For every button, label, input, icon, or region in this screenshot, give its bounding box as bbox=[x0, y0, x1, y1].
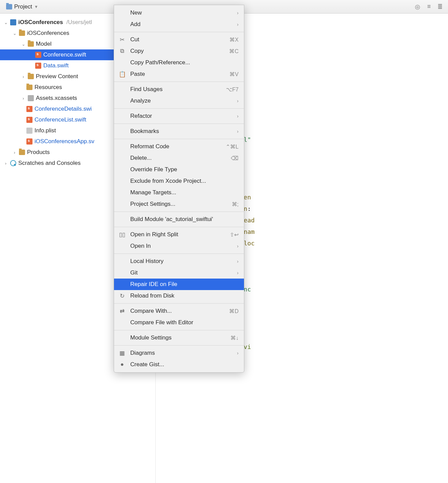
menu-item-icon: ↻ bbox=[119, 292, 126, 300]
menu-separator bbox=[114, 227, 244, 227]
menu-separator bbox=[114, 108, 244, 109]
menu-item-delete[interactable]: Delete...⌫ bbox=[114, 152, 244, 164]
folder-icon bbox=[6, 4, 12, 9]
project-dropdown[interactable]: Project ▼ bbox=[3, 3, 41, 11]
chevron-right-icon: › bbox=[3, 161, 8, 166]
menu-item-compare-with[interactable]: ⇄Compare With...⌘D bbox=[114, 305, 244, 317]
menu-item-label: Add bbox=[130, 21, 140, 28]
menu-item-diagrams[interactable]: ▦Diagrams› bbox=[114, 347, 244, 359]
menu-item-copy-path-reference[interactable]: Copy Path/Reference... bbox=[114, 57, 244, 68]
menu-item-label: Open In bbox=[130, 243, 151, 249]
project-icon bbox=[10, 19, 16, 25]
menu-item-find-usages[interactable]: Find Usages⌥F7 bbox=[114, 84, 244, 95]
menu-item-shortcut: ⌘; bbox=[232, 201, 239, 207]
menu-separator bbox=[114, 345, 244, 346]
menu-item-open-in-right-split[interactable]: ▯▯Open in Right Split⇧↩ bbox=[114, 229, 244, 240]
menu-item-repair-ide-on-file[interactable]: Repair IDE on File bbox=[114, 279, 244, 290]
menu-separator bbox=[114, 212, 244, 212]
menu-item-exclude-from-xcode-project[interactable]: Exclude from Xcode Project... bbox=[114, 175, 244, 187]
menu-item-shortcut: ⌘D bbox=[229, 308, 239, 314]
tree-label: iOSConferences bbox=[18, 19, 63, 26]
menu-item-override-file-type[interactable]: Override File Type bbox=[114, 164, 244, 175]
chevron-right-icon: › bbox=[237, 350, 239, 356]
menu-item-reformat-code[interactable]: Reformat Code⌃⌘L bbox=[114, 141, 244, 152]
swift-icon bbox=[26, 117, 32, 123]
menu-item-compare-file-with-editor[interactable]: Compare File with Editor bbox=[114, 317, 244, 328]
menu-item-create-gist[interactable]: ●Create Gist... bbox=[114, 359, 244, 370]
menu-separator bbox=[114, 32, 244, 32]
menu-item-shortcut: ⌫ bbox=[231, 155, 239, 161]
menu-item-label: Build Module 'ac_tutorial_swiftui' bbox=[130, 216, 213, 223]
chevron-right-icon: › bbox=[12, 150, 17, 155]
chevron-right-icon: › bbox=[237, 113, 239, 119]
swift-icon bbox=[35, 63, 41, 69]
menu-item-label: Reload from Disk bbox=[130, 292, 174, 299]
menu-item-manage-targets[interactable]: Manage Targets... bbox=[114, 187, 244, 198]
menu-item-build-module-ac-tutorial-swiftui[interactable]: Build Module 'ac_tutorial_swiftui' bbox=[114, 214, 244, 225]
chevron-right-icon: › bbox=[237, 22, 239, 27]
menu-item-new[interactable]: New› bbox=[114, 7, 244, 19]
menu-item-analyze[interactable]: Analyze› bbox=[114, 95, 244, 107]
menu-item-shortcut: ⌘X bbox=[229, 37, 239, 43]
menu-item-label: Refactor bbox=[130, 113, 152, 119]
menu-item-label: Analyze bbox=[130, 97, 151, 104]
menu-item-icon: ● bbox=[119, 361, 126, 368]
menu-item-local-history[interactable]: Local History› bbox=[114, 256, 244, 267]
target-icon[interactable]: ◎ bbox=[413, 2, 422, 12]
menu-item-bookmarks[interactable]: Bookmarks› bbox=[114, 126, 244, 137]
menu-item-label: Diagrams bbox=[130, 350, 155, 356]
collapse-icon[interactable]: ≣ bbox=[435, 2, 445, 12]
tree-label: Assets.xcassets bbox=[36, 95, 77, 102]
menu-item-add[interactable]: Add› bbox=[114, 19, 244, 30]
menu-item-paste[interactable]: 📋Paste⌘V bbox=[114, 68, 244, 80]
menu-item-icon: ⇄ bbox=[119, 308, 126, 315]
menu-item-copy[interactable]: ⧉Copy⌘C bbox=[114, 45, 244, 57]
menu-item-open-in[interactable]: Open In› bbox=[114, 240, 244, 252]
menu-item-label: Exclude from Xcode Project... bbox=[130, 178, 206, 184]
tree-label: Resources bbox=[35, 84, 62, 91]
menu-item-label: Repair IDE on File bbox=[130, 281, 177, 288]
menu-item-module-settings[interactable]: Module Settings⌘↓ bbox=[114, 332, 244, 344]
chevron-right-icon: › bbox=[237, 270, 239, 276]
menu-item-label: Find Usages bbox=[130, 86, 162, 93]
menu-item-refactor[interactable]: Refactor› bbox=[114, 110, 244, 122]
menu-item-label: Git bbox=[130, 269, 138, 276]
context-menu: New›Add›✂Cut⌘X⧉Copy⌘CCopy Path/Reference… bbox=[114, 5, 244, 373]
menu-item-shortcut: ⇧↩ bbox=[230, 232, 239, 238]
menu-item-project-settings[interactable]: Project Settings...⌘; bbox=[114, 198, 244, 210]
tree-label: Preview Content bbox=[36, 73, 78, 80]
menu-item-label: Project Settings... bbox=[130, 201, 175, 207]
menu-item-icon: ▦ bbox=[119, 350, 126, 357]
menu-item-label: Local History bbox=[130, 258, 163, 265]
plist-icon bbox=[26, 128, 32, 134]
menu-item-label: Reformat Code bbox=[130, 143, 169, 150]
menu-separator bbox=[114, 124, 244, 124]
folder-icon bbox=[28, 41, 34, 47]
menu-item-git[interactable]: Git› bbox=[114, 267, 244, 279]
scratch-icon bbox=[10, 160, 16, 166]
menu-item-icon: ▯▯ bbox=[119, 231, 126, 238]
chevron-down-icon: ⌄ bbox=[3, 20, 8, 25]
menu-item-reload-from-disk[interactable]: ↻Reload from Disk bbox=[114, 290, 244, 302]
xcassets-icon bbox=[28, 95, 34, 101]
menu-item-label: Copy Path/Reference... bbox=[130, 59, 190, 66]
tree-label: Scratches and Consoles bbox=[18, 160, 81, 167]
menu-separator bbox=[114, 139, 244, 139]
menu-item-cut[interactable]: ✂Cut⌘X bbox=[114, 34, 244, 45]
menu-item-label: Compare File with Editor bbox=[130, 319, 193, 326]
chevron-right-icon: › bbox=[237, 259, 239, 264]
tree-label: ConferenceList.swift bbox=[35, 116, 86, 123]
menu-item-label: Cut bbox=[130, 36, 139, 43]
swift-icon bbox=[26, 138, 32, 145]
tree-label: Products bbox=[27, 149, 50, 156]
menu-item-label: Create Gist... bbox=[130, 361, 164, 368]
menu-separator bbox=[114, 330, 244, 330]
tree-label: Conference.swift bbox=[43, 51, 86, 58]
chevron-right-icon: › bbox=[237, 10, 239, 16]
menu-item-label: Bookmarks bbox=[130, 128, 159, 135]
menu-separator bbox=[114, 303, 244, 304]
menu-item-label: Copy bbox=[130, 48, 144, 54]
expand-icon[interactable]: ≡ bbox=[425, 2, 433, 12]
menu-item-shortcut: ⌃⌘L bbox=[226, 144, 239, 150]
tree-label: Info.plist bbox=[35, 127, 56, 134]
